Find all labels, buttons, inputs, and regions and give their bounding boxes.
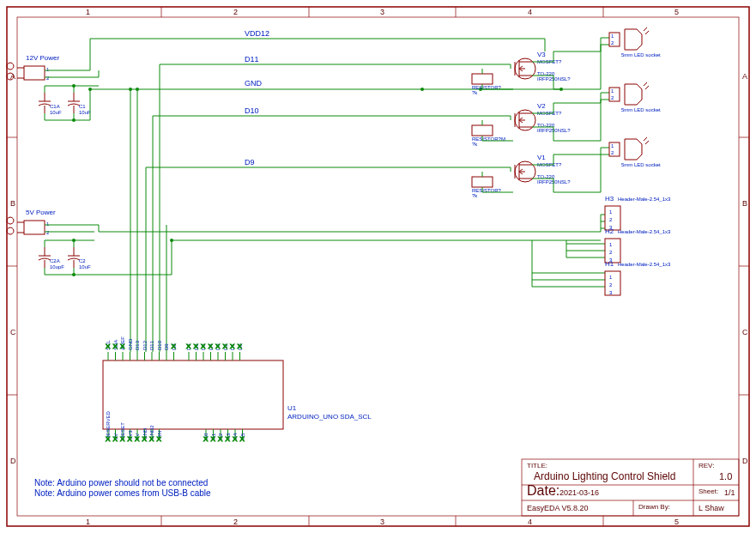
svg-text:IRFP250NSL?: IRFP250NSL? [537, 179, 571, 185]
svg-text:3: 3 [609, 290, 613, 295]
svg-text:D9: D9 [164, 343, 169, 350]
svg-text:1: 1 [611, 88, 614, 94]
svg-text:D: D [742, 457, 748, 465]
svg-text:L Shaw: L Shaw [699, 504, 724, 512]
svg-text:2: 2 [233, 8, 238, 16]
mosfet-block-v2: RESISTOR?M ?k V2 MOSFET? TO-220 IRFP250N… [472, 102, 571, 147]
svg-text:2: 2 [611, 150, 614, 155]
svg-text:X: X [233, 435, 238, 443]
svg-text:Header-Male-2.54_1x3: Header-Male-2.54_1x3 [618, 262, 671, 267]
cap-c2: C2 10uF [68, 247, 91, 270]
svg-text:Header-Male-2.54_1x3: Header-Male-2.54_1x3 [618, 229, 671, 234]
svg-rect-228 [605, 271, 620, 295]
svg-text:X: X [223, 342, 228, 350]
svg-text:X: X [128, 435, 133, 443]
svg-text:5mm LED socket: 5mm LED socket [621, 52, 661, 58]
svg-text:GND: GND [128, 338, 133, 350]
svg-text:1: 1 [611, 33, 614, 39]
svg-text:2: 2 [609, 217, 613, 222]
header-h2: H2 Header-Male-2.54_1x3 1 2 3 [605, 227, 671, 263]
svg-text:X: X [203, 435, 209, 443]
svg-text:X: X [194, 342, 199, 350]
svg-text:X: X [113, 342, 118, 350]
svg-text:5: 5 [674, 518, 679, 526]
cap-c1a: C1A 10uF [39, 93, 62, 115]
svg-text:5mm LED socket: 5mm LED socket [621, 162, 661, 167]
svg-text:IRFP250NSL?: IRFP250NSL? [537, 128, 571, 133]
svg-text:V2: V2 [537, 102, 546, 110]
conn-5v-power: 5V Power 1 2 [7, 209, 60, 235]
svg-point-141 [559, 88, 563, 91]
svg-point-81 [72, 118, 76, 122]
svg-point-144 [129, 88, 132, 91]
svg-text:C2: C2 [79, 258, 86, 263]
led-socket-1: 1 2 5mm LED socket [609, 27, 661, 58]
svg-text:10opF: 10opF [50, 264, 64, 270]
svg-text:2: 2 [609, 282, 613, 288]
svg-text:D12: D12 [142, 340, 148, 350]
netlabel-d9: D9 [245, 158, 255, 167]
svg-text:H2: H2 [605, 227, 614, 235]
svg-text:X: X [157, 435, 162, 443]
svg-text:X: X [120, 435, 125, 443]
svg-point-143 [136, 88, 139, 91]
svg-text:X: X [218, 435, 223, 443]
svg-text:C1A: C1A [50, 104, 60, 109]
svg-text:2: 2 [609, 250, 613, 255]
svg-text:C: C [10, 328, 16, 336]
svg-text:Arduino Lighting Control Shiel: Arduino Lighting Control Shield [534, 470, 675, 482]
svg-text:3: 3 [380, 518, 384, 526]
netlabel-d11: D11 [245, 55, 259, 64]
cap-c1: C1 10uF [68, 93, 91, 115]
svg-text:X: X [230, 342, 235, 350]
svg-text:1/1: 1/1 [724, 488, 735, 497]
svg-text:10uF: 10uF [50, 110, 62, 115]
svg-text:5mm LED socket: 5mm LED socket [621, 107, 661, 112]
svg-text:D11: D11 [149, 340, 154, 350]
svg-text:2: 2 [611, 95, 614, 100]
svg-text:2: 2 [233, 518, 238, 526]
svg-text:IRFP250NSL?: IRFP250NSL? [537, 76, 571, 82]
led-socket-3: 1 2 5mm LED socket [609, 137, 661, 167]
svg-text:1.0: 1.0 [719, 471, 732, 482]
svg-text:2021-03-16: 2021-03-16 [559, 488, 599, 497]
svg-text:X: X [135, 435, 140, 443]
svg-text:X: X [201, 342, 206, 350]
svg-text:V1: V1 [537, 154, 546, 161]
svg-text:1: 1 [46, 67, 50, 72]
svg-text:X: X [186, 342, 191, 350]
svg-text:12V Power: 12V Power [26, 54, 59, 62]
svg-rect-51 [24, 221, 45, 234]
svg-point-106 [72, 273, 76, 276]
svg-text:1: 1 [611, 143, 614, 148]
svg-text:D10: D10 [157, 340, 162, 350]
svg-text:D: D [10, 457, 16, 465]
wiring [45, 38, 609, 352]
svg-rect-183 [472, 177, 493, 187]
svg-text:A: A [742, 72, 747, 81]
svg-point-102 [72, 239, 76, 242]
svg-text:REV:: REV: [699, 462, 714, 469]
svg-text:?k: ?k [472, 142, 478, 147]
svg-text:4: 4 [528, 8, 532, 16]
svg-text:X: X [149, 435, 154, 443]
svg-text:V3: V3 [537, 51, 546, 58]
svg-text:10uF: 10uF [79, 264, 91, 270]
led-socket-2: 1 2 5mm LED socket [609, 82, 661, 112]
frame-rows: A B C D A B C D [7, 72, 749, 465]
netlabel-d10: D10 [245, 106, 259, 115]
netlabel-gnd: GND [245, 79, 263, 88]
svg-text:ARDUINO_UNO SDA_SCL: ARDUINO_UNO SDA_SCL [287, 413, 372, 421]
svg-text:H1: H1 [605, 260, 614, 268]
svg-text:2: 2 [46, 76, 50, 81]
svg-text:X: X [209, 342, 214, 350]
svg-text:Sheet:: Sheet: [699, 488, 718, 495]
svg-text:1: 1 [86, 8, 90, 16]
svg-text:TITLE:: TITLE: [527, 462, 547, 469]
svg-text:C2A: C2A [50, 258, 60, 263]
svg-text:1: 1 [609, 275, 613, 280]
svg-text:X: X [211, 435, 216, 443]
svg-text:2: 2 [46, 230, 50, 235]
svg-text:X: X [238, 342, 243, 350]
svg-text:C1: C1 [79, 104, 86, 109]
